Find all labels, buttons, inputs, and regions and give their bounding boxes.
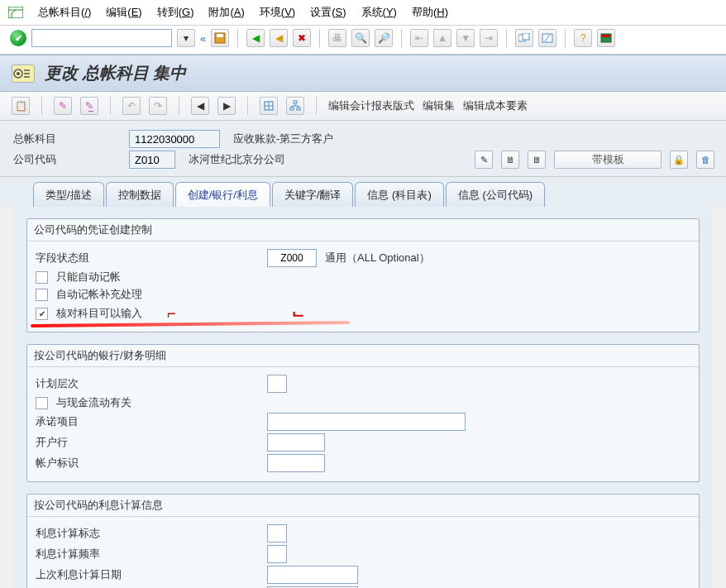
where-used-icon[interactable] [260,97,278,115]
cancel-icon[interactable]: ✖ [293,29,311,47]
menu-bar: 总帐科目(/) 编辑(E) 转到(G) 附加(A) 环境(V) 设置(S) 系统… [0,0,726,26]
window-menu-icon[interactable] [8,5,23,20]
transaction-toolbar: ✔ ▾ « ◀ ◀ ✖ 🖶 🔍 🔎 ⇤ ▲ ▼ ⇥ ? [0,26,726,55]
edit-cost-element-button[interactable]: 编辑成本要素 [463,98,528,113]
gl-account-label: 总帐科目 [13,131,121,146]
next-item-icon[interactable]: ▶ [217,97,236,115]
last-page-icon[interactable]: ⇥ [480,29,498,47]
tab-keyword-translation[interactable]: 关键字/翻译 [272,182,354,207]
group-interest-calc: 按公司代码的利息计算信息 利息计算标志 利息计算频率 上次利息计算日期 上次利息… [26,494,700,588]
gl-account-desc: 应收账款-第三方客户 [233,131,333,146]
transaction-icon [12,65,35,83]
planning-level-field[interactable] [267,375,287,393]
tab-control-data[interactable]: 控制数据 [106,182,174,207]
save-icon[interactable] [211,29,229,47]
ok-code-double-left-icon[interactable]: « [200,32,206,45]
title-bar: 更改 总帐科目 集中 [0,55,726,92]
print-icon[interactable]: 🖶 [328,29,346,47]
back-icon[interactable]: ◀ [246,29,265,47]
field-status-group-label: 字段状态组 [36,251,259,265]
interest-indicator-field[interactable] [267,524,287,543]
recon-acct-input-checkbox[interactable]: ✔ [36,308,48,320]
account-id-label: 帐户标识 [36,456,259,471]
paste-icon[interactable]: 📋 [12,97,30,115]
commitment-item-label: 承诺项目 [36,414,259,429]
display-toggle-icon[interactable]: ✎ [54,97,72,115]
menu-settings[interactable]: 设置(S) [310,5,346,20]
delete-icon[interactable]: 🗑 [696,151,714,169]
tab-type-desc[interactable]: 类型/描述 [33,182,104,207]
tab-info-company[interactable]: 信息 (公司代码) [446,182,545,207]
cash-flow-relevant-checkbox[interactable] [36,397,48,409]
help-icon[interactable]: ? [574,29,592,47]
svg-rect-11 [294,101,297,103]
svg-point-9 [17,72,20,75]
commitment-item-field[interactable] [267,413,466,431]
shortcut-icon[interactable] [538,29,556,47]
with-template-button[interactable]: 带模板 [554,151,662,169]
group-bank-financial: 按公司代码的银行/财务明细 计划层次 与现金流动有关 承诺项目 开户行 帐户标识 [26,344,700,482]
group-interest-calc-title: 按公司代码的利息计算信息 [27,495,699,517]
doc2-icon[interactable]: 🗎 [528,151,546,169]
edit-icon[interactable]: ✎ [475,151,493,169]
field-status-group-field[interactable] [267,249,317,267]
group-doc-creation-control: 公司代码的凭证创建控制 字段状态组 通用（ALL Optional） 只能自动记… [26,218,700,332]
supplement-auto-postings-label: 自动记帐补充处理 [56,287,142,302]
interest-frequency-label: 利息计算频率 [36,547,259,562]
svg-rect-4 [523,33,529,40]
interest-indicator-label: 利息计算标志 [36,526,259,541]
interest-frequency-field[interactable] [267,545,287,563]
next-page-icon[interactable]: ▼ [456,29,475,47]
prev-item-icon[interactable]: ◀ [191,97,209,115]
post-automatically-checkbox[interactable] [36,271,48,284]
svg-rect-7 [602,35,610,37]
highlight-bracket-left: ⌐ [167,305,176,323]
group-doc-creation-control-title: 公司代码的凭证创建控制 [27,219,699,241]
menu-extras[interactable]: 附加(A) [208,5,244,20]
undo-icon[interactable]: ↶ [122,97,141,115]
redo-icon[interactable]: ↷ [149,97,167,115]
svg-rect-12 [290,108,294,110]
menu-system[interactable]: 系统(Y) [361,5,397,20]
other-object-icon[interactable]: ✎̲ [80,97,98,115]
tab-content: 公司代码的凭证创建控制 字段状态组 通用（ALL Optional） 只能自动记… [13,207,713,588]
first-page-icon[interactable]: ⇤ [410,29,428,47]
highlight-bracket-right: ⌙ [292,304,304,323]
menu-gl-account[interactable]: 总帐科目(/) [38,5,91,20]
find-next-icon[interactable]: 🔎 [375,29,393,47]
account-id-field[interactable] [267,454,325,472]
tab-info-chart[interactable]: 信息 (科目表) [355,182,443,207]
menu-edit[interactable]: 编辑(E) [106,5,141,20]
company-code-label: 公司代码 [13,152,121,167]
recon-acct-row: ✔ 核对科目可以输入 ⌐ ⌙ [36,304,690,323]
menu-goto[interactable]: 转到(G) [157,5,194,20]
new-session-icon[interactable] [515,29,533,47]
action-toolbar: 📋 ✎ ✎̲ ↶ ↷ ◀ ▶ 编辑会计报表版式 编辑集 编辑成本要素 [0,92,726,121]
dropdown-icon[interactable]: ▾ [177,29,195,47]
tab-create-bank-interest[interactable]: 创建/银行/利息 [175,182,270,207]
menu-help[interactable]: 帮助(H) [412,5,448,20]
house-bank-field[interactable] [267,433,325,452]
hierarchy-icon[interactable] [286,97,304,115]
enter-button[interactable]: ✔ [10,30,26,46]
doc-icon[interactable]: 🗎 [501,151,519,169]
supplement-auto-postings-checkbox[interactable] [36,289,48,301]
edit-set-button[interactable]: 编辑集 [423,98,455,113]
cash-flow-relevant-label: 与现金流动有关 [56,395,131,410]
company-code-desc: 冰河世纪北京分公司 [189,152,285,167]
command-field[interactable] [31,29,172,47]
company-code-field[interactable] [129,151,175,169]
lock-icon[interactable]: 🔒 [670,151,688,169]
house-bank-label: 开户行 [36,435,259,450]
last-interest-calc-date-field[interactable] [267,566,358,584]
exit-icon[interactable]: ◀ [270,29,288,47]
menu-environment[interactable]: 环境(V) [260,5,295,20]
find-icon[interactable]: 🔍 [351,29,370,47]
svg-rect-13 [297,108,300,110]
edit-fs-version-button[interactable]: 编辑会计报表版式 [328,98,414,113]
layout-icon[interactable] [597,29,615,47]
prev-page-icon[interactable]: ▲ [433,29,451,47]
page-title: 更改 总帐科目 集中 [45,62,186,84]
gl-account-field[interactable] [129,130,220,148]
svg-rect-2 [217,34,223,37]
